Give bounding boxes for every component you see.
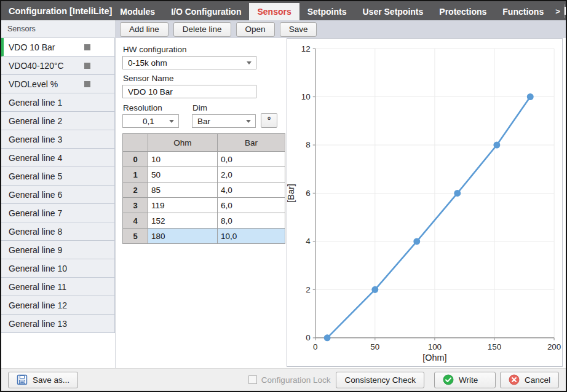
save-as-button[interactable]: Save as... [8,372,78,388]
cell-ohm[interactable]: 10 [148,152,218,167]
cell-bar[interactable]: 6,0 [218,198,285,213]
window-title: Configuration [InteliLite] [1,6,112,16]
dim-value: Bar [197,117,246,126]
save-button[interactable]: Save [280,22,317,37]
data-point-marker[interactable] [493,141,500,148]
sidebar-item-general-line-2[interactable]: General line 2 [1,112,115,130]
row-index[interactable]: 2 [123,182,148,198]
data-point-marker[interactable] [324,334,331,341]
sidebar-item-vdo40-120-c[interactable]: VDO40-120°C [1,57,115,75]
cell-ohm[interactable]: 152 [148,213,218,229]
svg-text:2: 2 [306,285,310,294]
configuration-lock-checkbox[interactable] [248,375,257,384]
svg-text:100: 100 [428,342,442,351]
maximize-icon[interactable] [565,7,567,15]
dim-label: Dim [192,103,256,112]
tab-sensors[interactable]: Sensors [249,3,299,20]
row-index[interactable]: 3 [123,198,148,213]
sidebar-item-general-line-6[interactable]: General line 6 [1,186,115,204]
cell-bar[interactable]: 2,0 [218,167,285,182]
dim-select[interactable]: Bar [192,114,256,128]
open-button[interactable]: Open [236,22,275,37]
cancel-label: Cancel [525,375,550,385]
table-row: 31196,0 [123,198,285,213]
sidebar-item-label: General line 11 [9,282,66,292]
svg-text:[Bar]: [Bar] [287,184,296,203]
svg-text:12: 12 [301,44,311,53]
main-area: Add lineDelete lineOpenSave HW configura… [116,20,566,368]
data-point-marker[interactable] [527,93,534,100]
svg-text:6: 6 [306,189,310,198]
cell-ohm[interactable]: 119 [148,198,218,213]
sidebar-item-general-line-4[interactable]: General line 4 [1,149,115,167]
hw-configuration-value: 0-15k ohm [128,58,247,68]
cell-bar[interactable]: 8,0 [218,213,285,229]
configuration-lock-label: Configuration Lock [261,375,331,385]
resolution-select[interactable]: 0,1 [122,114,179,128]
sensors-sidebar: Sensors VDO 10 BarVDO40-120°CVDOLevel %G… [1,20,116,368]
svg-text:8: 8 [306,140,310,149]
tab-setpoints[interactable]: Setpoints [299,3,355,20]
sidebar-item-general-line-7[interactable]: General line 7 [1,204,115,222]
add-line-button[interactable]: Add line [120,22,169,37]
delete-line-button[interactable]: Delete line [173,22,231,37]
tab-user-setpoints[interactable]: User Setpoints [354,3,431,20]
sidebar-item-label: VDO40-120°C [9,61,64,71]
cell-bar[interactable]: 0,0 [218,152,285,167]
sidebar-item-label: General line 9 [9,245,62,255]
column-header-ohm: Ohm [148,134,218,152]
sensor-editor-panel: HW configuration 0-15k ohm Sensor Name R… [116,38,285,368]
tab-functions[interactable]: Functions [494,3,552,20]
write-button[interactable]: Write [434,372,496,388]
table-header: OhmBar [123,134,285,152]
sidebar-item-label: General line 13 [9,319,67,329]
hw-configuration-select[interactable]: 0-15k ohm [122,56,256,69]
data-point-marker[interactable] [454,190,461,197]
sensor-name-label: Sensor Name [123,74,285,83]
table-row: 2854,0 [123,182,285,198]
chevron-down-icon [169,120,174,123]
cell-bar[interactable]: 10,0 [218,229,285,244]
row-index[interactable]: 1 [123,167,148,182]
tab-protections[interactable]: Protections [431,3,494,20]
svg-text:200: 200 [547,342,561,351]
data-point-marker[interactable] [413,238,420,245]
tab-overflow-button[interactable]: > [552,4,565,18]
cell-bar[interactable]: 4,0 [218,182,285,198]
footer-bar: Save as... Configuration Lock Consistenc… [1,368,566,391]
sidebar-item-general-line-1[interactable]: General line 1 [1,93,115,112]
sidebar-item-vdo-10-bar[interactable]: VDO 10 Bar [1,38,115,57]
sidebar-item-general-line-3[interactable]: General line 3 [1,130,115,149]
consistency-check-button[interactable]: Consistency Check [336,372,424,388]
cell-ohm[interactable]: 85 [148,182,218,198]
sensor-name-input[interactable] [122,85,256,98]
degree-button[interactable]: ° [261,113,277,128]
sidebar-item-vdolevel[interactable]: VDOLevel % [1,75,115,93]
tab-i-o-configuration[interactable]: I/O Configuration [163,3,249,20]
svg-text:50: 50 [370,342,379,351]
resolution-dim-row: Resolution 0,1 Dim Bar [122,101,285,128]
cell-ohm[interactable]: 180 [148,229,218,244]
svg-text:10: 10 [301,92,311,101]
sidebar-item-general-line-10[interactable]: General line 10 [1,259,115,278]
green-check-icon [443,374,454,385]
row-index[interactable]: 4 [123,213,148,229]
sidebar-item-general-line-11[interactable]: General line 11 [1,278,115,296]
sidebar-item-label: General line 8 [9,227,62,237]
sidebar-item-general-line-9[interactable]: General line 9 [1,241,115,259]
sidebar-item-general-line-5[interactable]: General line 5 [1,167,115,186]
tab-modules[interactable]: Modules [112,3,163,20]
table-row: 0100,0 [123,152,285,167]
cell-ohm[interactable]: 50 [148,167,218,182]
sidebar-item-general-line-13[interactable]: General line 13 [1,315,115,333]
cancel-button[interactable]: Cancel [500,372,559,388]
row-index[interactable]: 5 [123,229,148,244]
sidebar-item-general-line-12[interactable]: General line 12 [1,296,115,315]
sidebar-item-label: General line 10 [9,264,67,273]
sidebar-item-general-line-8[interactable]: General line 8 [1,222,115,241]
titlebar: Configuration [InteliLite] ModulesI/O Co… [1,1,566,20]
configuration-window: Configuration [InteliLite] ModulesI/O Co… [0,0,567,392]
row-index[interactable]: 0 [123,152,148,167]
data-point-marker[interactable] [371,286,378,293]
sidebar-item-label: General line 4 [9,153,62,163]
